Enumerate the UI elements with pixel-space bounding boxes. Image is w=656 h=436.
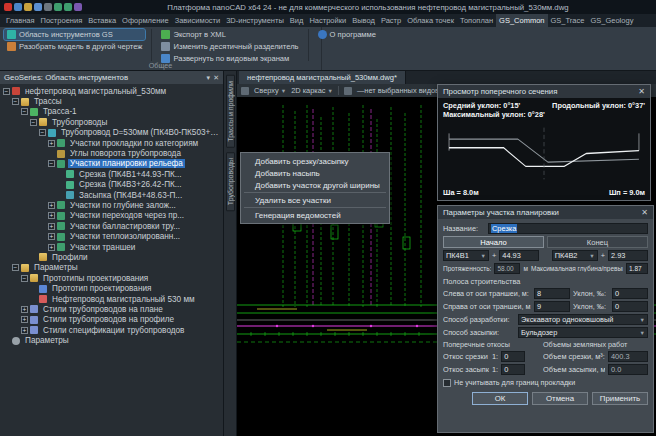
tree-item[interactable]: +Участки теплоизолированн... (0, 231, 223, 241)
ribbon-tab[interactable]: Зависимости (172, 14, 224, 27)
help-icon[interactable] (74, 3, 82, 11)
tree-item[interactable]: −Трубопровод D=530мм (ПК4В0-ПК503+99.86) (0, 128, 223, 138)
ribbon-tab[interactable]: GS_Common (496, 14, 547, 27)
left-of-axis-input[interactable]: 8 (534, 288, 570, 299)
ribbon-tab[interactable]: Растр (378, 14, 404, 27)
collapse-icon[interactable]: − (3, 88, 10, 95)
close-icon[interactable]: ✕ (213, 74, 219, 82)
context-menu-item[interactable]: Добавить насыпь (241, 167, 389, 179)
params-dialog-header[interactable]: Параметры участка планировки ✕ (438, 206, 653, 219)
fill-slope-input[interactable]: 0 (501, 364, 525, 375)
apply-button[interactable]: Применить (592, 392, 648, 405)
cut-slope-input[interactable]: 0 (501, 351, 525, 362)
collapse-icon[interactable]: − (39, 129, 46, 136)
section-preview-header[interactable]: Просмотр поперечного сечения ✕ (438, 85, 650, 98)
about-button[interactable]: О программе (315, 29, 379, 40)
context-menu-item[interactable]: Генерация ведомостей (241, 209, 389, 221)
view-direction-dropdown[interactable]: Сверху ▼ (254, 86, 286, 95)
end-offset-input[interactable]: 2.93 (608, 250, 648, 261)
tree-item[interactable]: Прототип проектирования (0, 283, 223, 293)
tree-item[interactable]: Углы поворота трубопровода (0, 148, 223, 158)
tree-item[interactable]: Засыпка (ПК4В4+48.63-П... (0, 190, 223, 200)
right-slope-input[interactable]: 0 (612, 301, 648, 312)
tree-item[interactable]: +Участки траншеи (0, 242, 223, 252)
expand-icon[interactable]: + (48, 202, 55, 209)
ribbon-tab[interactable]: 3D-инструменты (223, 14, 287, 27)
ribbon-tab[interactable]: GS_Trace (548, 14, 588, 27)
ok-button[interactable]: ОК (472, 392, 528, 405)
collapse-icon[interactable]: − (12, 98, 19, 105)
open-file-icon[interactable] (34, 3, 42, 11)
ribbon-tab[interactable]: GS_Geology (587, 14, 636, 27)
context-menu-item[interactable]: Удалить все участки (241, 194, 389, 206)
expand-icon[interactable]: + (48, 223, 55, 230)
tree-item[interactable]: Профили (0, 252, 223, 262)
viewcube-icon[interactable] (241, 87, 249, 95)
start-station-dropdown[interactable]: ПК4В1 ▼ (443, 250, 489, 261)
print-icon[interactable] (44, 3, 52, 11)
expand-icon[interactable]: + (48, 244, 55, 251)
save-icon[interactable] (24, 3, 32, 11)
ribbon-tab[interactable]: Топоплан (457, 14, 496, 27)
tree-item[interactable]: +Участки по глубине залож... (0, 200, 223, 210)
tree-item[interactable]: +Участки прокладки по категориям (0, 138, 223, 148)
new-file-icon[interactable] (14, 3, 22, 11)
expand-icon[interactable]: + (48, 212, 55, 219)
end-station-dropdown[interactable]: ПК4В2 ▼ (552, 250, 598, 261)
tree-item[interactable]: +Участки балластировки тру... (0, 221, 223, 231)
collapse-icon[interactable]: − (21, 108, 28, 115)
named-view-icon[interactable] (344, 87, 352, 95)
collapse-icon[interactable]: − (12, 264, 19, 271)
tree-item[interactable]: Нефтепровод магистральный 530 мм (0, 294, 223, 304)
fill-method-dropdown[interactable]: Бульдозер ▼ (518, 327, 648, 338)
expand-icon[interactable]: + (21, 316, 28, 323)
tree-item[interactable]: −Трасса-1 (0, 107, 223, 117)
document-tab[interactable]: нефтепровод магистральный_530мм.dwg* (239, 71, 406, 84)
ignore-bounds-checkbox[interactable] (443, 379, 451, 387)
tree-item[interactable]: Срезка (ПК4В3+26.42-ПК... (0, 180, 223, 190)
nanocad-logo-icon[interactable] (4, 3, 12, 11)
expand-icon[interactable]: + (48, 140, 55, 147)
explode-model-button[interactable]: Разобрать модель в другой чертеж (4, 41, 145, 52)
ribbon-tab[interactable]: Построения (38, 14, 86, 27)
tree-item[interactable]: Срезка (ПК4В1+44.93-ПК... (0, 169, 223, 179)
depth-input[interactable]: 1.87 (626, 263, 648, 274)
expand-icon[interactable]: + (21, 327, 28, 334)
panel-menu-icon[interactable]: ▾ (207, 74, 211, 82)
tree-item[interactable]: +Стили спецификации трубопроводов (0, 325, 223, 335)
tree-item[interactable]: −Трубопроводы (0, 117, 223, 127)
context-menu-item[interactable]: Добавить участок другой ширины (241, 179, 389, 191)
dev-method-dropdown[interactable]: Экскаватор одноковшовый ▼ (518, 314, 648, 325)
tree-item[interactable]: +Стили трубопроводов на плане (0, 304, 223, 314)
undo-icon[interactable] (54, 3, 62, 11)
left-slope-input[interactable]: 0 (612, 288, 648, 299)
collapse-icon[interactable]: − (21, 275, 28, 282)
visual-style-dropdown[interactable]: 2D каркас ▼ (291, 86, 333, 95)
expand-icon[interactable]: + (21, 306, 28, 313)
context-menu-item[interactable]: Добавить срезку/засыпку (241, 155, 389, 167)
tree-item[interactable]: −Трассы (0, 96, 223, 106)
redo-icon[interactable] (64, 3, 72, 11)
decimal-separator-button[interactable]: Изменить десятичный разделитель (158, 41, 301, 52)
ribbon-tab[interactable]: Главная (3, 14, 38, 27)
collapse-icon[interactable]: − (48, 160, 55, 167)
ribbon-tab[interactable]: Вставка (85, 14, 119, 27)
ribbon-tab[interactable]: Вид (287, 14, 307, 27)
tree-item[interactable]: Параметры (0, 335, 223, 345)
tree-item[interactable]: −Параметры (0, 263, 223, 273)
export-xml-button[interactable]: Экспорт в XML (158, 29, 301, 40)
ribbon-tab[interactable]: Облака точек (404, 14, 457, 27)
side-tab[interactable]: Трассы и профили (226, 75, 235, 148)
ribbon-tab[interactable]: Оформление (119, 14, 172, 27)
toolbox-gs-button[interactable]: Область инструментов GS (4, 29, 145, 40)
cancel-button[interactable]: Отмена (532, 392, 588, 405)
start-tab[interactable]: Начало (443, 236, 544, 248)
tree-item[interactable]: +Стили трубопроводов на профиле (0, 315, 223, 325)
name-input[interactable]: Срезка (488, 223, 648, 234)
tree-item[interactable]: +Участки переходов через пр... (0, 211, 223, 221)
side-tab[interactable]: Трубопроводы (226, 152, 235, 211)
collapse-icon[interactable]: − (30, 119, 37, 126)
ribbon-tab[interactable]: Настройки (306, 14, 349, 27)
end-tab[interactable]: Конец (547, 236, 648, 248)
ribbon-tab[interactable]: Вывод (349, 14, 378, 27)
